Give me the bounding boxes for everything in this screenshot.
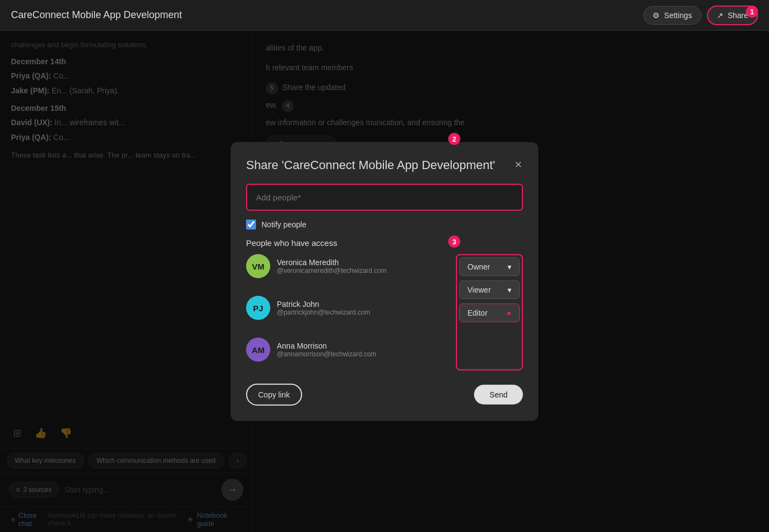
send-modal-button[interactable]: Send xyxy=(474,385,523,405)
copy-link-button[interactable]: Copy link xyxy=(246,384,302,406)
person-info-2: PJ Patrick John @partrickjohn@techwizard… xyxy=(246,296,370,320)
person-email-1: @veronicameredith@techwizard.com xyxy=(277,267,387,275)
person-email-3: @annamorrison@techwizard.com xyxy=(277,350,376,358)
person-email-2: @partrickjohn@techwizard.com xyxy=(277,309,370,316)
app-title: CareConnect Mobile App Development xyxy=(11,9,182,21)
step-badge-1: 1 xyxy=(746,5,758,18)
chevron-down-icon-1: ▾ xyxy=(508,262,511,271)
step-badge-3: 3 xyxy=(448,236,460,248)
avatar-pj: PJ xyxy=(246,296,270,320)
people-list: VM Veronica Meredith @veronicameredith@t… xyxy=(246,254,523,371)
settings-label: Settings xyxy=(664,11,692,20)
person-name-3: Anna Morrison xyxy=(277,341,376,350)
share-modal: Share 'CareConnect Mobile App Developmen… xyxy=(231,142,538,421)
notify-row: Notify people xyxy=(246,220,523,229)
person-name-2: Patrick John xyxy=(277,300,370,309)
person-info-1: VM Veronica Meredith @veronicameredith@t… xyxy=(246,254,387,278)
people-info-list: VM Veronica Meredith @veronicameredith@t… xyxy=(246,254,449,371)
avatar-am: AM xyxy=(246,338,270,362)
modal-footer: Copy link Send xyxy=(246,384,523,406)
add-people-input[interactable] xyxy=(246,184,523,211)
person-row-3: AM Anna Morrison @annamorrison@techwizar… xyxy=(246,338,449,362)
avatar-vm: VM xyxy=(246,254,270,278)
person-details-1: Veronica Meredith @veronicameredith@tech… xyxy=(277,258,387,275)
person-name-1: Veronica Meredith xyxy=(277,258,387,267)
main-area: challenges and begin formulating solutio… xyxy=(0,31,769,532)
modal-header: Share 'CareConnect Mobile App Developmen… xyxy=(246,157,523,173)
people-access-title: People who have access xyxy=(246,238,523,248)
role-dropdown-1[interactable]: Owner ▾ xyxy=(459,257,520,276)
roles-column: Owner ▾ Viewer ▾ Editor ● xyxy=(456,254,523,371)
share-label: Share xyxy=(728,11,748,20)
notify-checkbox[interactable] xyxy=(246,220,256,229)
dot-icon: ● xyxy=(507,309,511,317)
share-icon: ↗ xyxy=(717,11,723,20)
modal-title: Share 'CareConnect Mobile App Developmen… xyxy=(246,157,495,173)
topbar: CareConnect Mobile App Development ⚙ Set… xyxy=(0,0,769,31)
modal-close-button[interactable]: × xyxy=(514,157,523,171)
role-label-2: Viewer xyxy=(467,285,491,294)
person-details-2: Patrick John @partrickjohn@techwizard.co… xyxy=(277,300,370,316)
settings-button[interactable]: ⚙ Settings xyxy=(643,6,701,25)
person-info-3: AM Anna Morrison @annamorrison@techwizar… xyxy=(246,338,376,362)
person-details-3: Anna Morrison @annamorrison@techwizard.c… xyxy=(277,341,376,358)
topbar-actions: ⚙ Settings ↗ Share xyxy=(643,5,758,25)
role-dropdown-3[interactable]: Editor ● xyxy=(459,304,520,322)
gear-icon: ⚙ xyxy=(653,11,660,20)
role-label-1: Owner xyxy=(467,262,490,271)
role-label-3: Editor xyxy=(467,309,488,317)
chevron-down-icon-2: ▾ xyxy=(508,285,511,294)
role-dropdown-2[interactable]: Viewer ▾ xyxy=(459,281,520,299)
person-row-1: VM Veronica Meredith @veronicameredith@t… xyxy=(246,254,449,278)
step-badge-2: 2 xyxy=(448,133,460,145)
person-row-2: PJ Patrick John @partrickjohn@techwizard… xyxy=(246,296,449,320)
notify-label[interactable]: Notify people xyxy=(261,220,307,229)
